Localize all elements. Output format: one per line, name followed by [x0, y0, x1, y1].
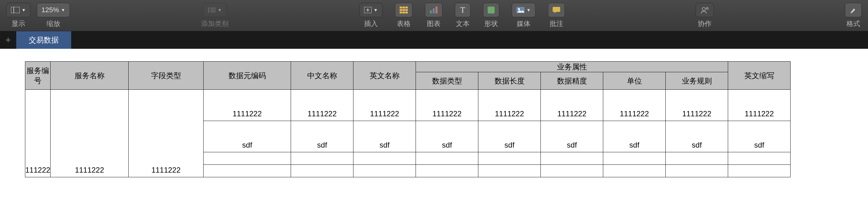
cell[interactable]: 1111222	[204, 90, 291, 121]
table-icon	[400, 6, 408, 13]
toolbar: ▼ 显示 125% ▼ 缩放 ▼ 添加类别 ▼ 插入 表格	[0, 0, 868, 31]
col-header[interactable]: 字段类型	[129, 62, 204, 90]
col-header[interactable]: 业务规则	[666, 72, 728, 90]
svg-rect-21	[433, 8, 435, 13]
cell[interactable]: 1111222	[353, 90, 416, 121]
svg-rect-18	[402, 11, 405, 13]
add-category-button[interactable]: ▼	[203, 3, 227, 17]
list-icon	[208, 7, 216, 13]
chevron-down-icon: ▼	[22, 7, 26, 12]
cell[interactable]: 1111222	[603, 90, 666, 121]
svg-point-6	[208, 11, 209, 12]
cell[interactable]: 1111222	[129, 90, 204, 177]
cell[interactable]: sdf	[291, 121, 353, 152]
view-label: 显示	[11, 19, 25, 28]
cell[interactable]: sdf	[353, 121, 416, 152]
cell[interactable]: sdf	[416, 121, 478, 152]
cell[interactable]	[478, 152, 541, 165]
cell[interactable]: sdf	[204, 121, 291, 152]
cell[interactable]	[541, 165, 603, 177]
text-button[interactable]: T	[455, 3, 470, 17]
spreadsheet-canvas[interactable]: 服务编号 服务名称 字段类型 数据元编码 中文名称 英文名称 业务属性 英文缩写…	[0, 49, 868, 177]
table-button[interactable]	[395, 3, 412, 17]
col-header[interactable]: 数据精度	[541, 72, 603, 90]
cell[interactable]	[478, 165, 541, 177]
shape-icon	[488, 6, 495, 13]
media-icon	[517, 7, 525, 13]
cell[interactable]	[666, 152, 728, 165]
svg-rect-0	[11, 7, 20, 13]
format-button[interactable]	[845, 3, 862, 17]
cell[interactable]: 1111222	[291, 90, 353, 121]
cell[interactable]	[204, 165, 291, 177]
cell[interactable]: 111222	[25, 90, 51, 177]
cell[interactable]: 1111222	[541, 90, 603, 121]
cell[interactable]	[204, 152, 291, 165]
comment-button[interactable]	[548, 3, 565, 17]
svg-rect-22	[436, 6, 437, 13]
col-header[interactable]: 英文缩写	[728, 62, 790, 90]
cell[interactable]	[416, 152, 478, 165]
cell[interactable]: sdf	[603, 121, 666, 152]
zoom-button[interactable]: 125% ▼	[37, 3, 70, 17]
cell[interactable]: sdf	[478, 121, 541, 152]
brush-icon	[849, 6, 857, 13]
view-button[interactable]: ▼	[6, 3, 31, 17]
col-header[interactable]: 英文名称	[353, 62, 416, 90]
cell[interactable]	[541, 152, 603, 165]
chart-button[interactable]	[425, 3, 442, 17]
cell[interactable]: 1111222	[416, 90, 478, 121]
chevron-down-icon: ▼	[373, 7, 378, 12]
col-group-header[interactable]: 业务属性	[416, 62, 728, 72]
sheet-tab-active[interactable]: 交易数据	[16, 31, 71, 49]
cell[interactable]: sdf	[728, 121, 790, 152]
col-header[interactable]: 服务编号	[25, 62, 51, 90]
cell[interactable]	[603, 165, 666, 177]
insert-button[interactable]: ▼	[360, 3, 382, 17]
svg-point-27	[702, 7, 705, 11]
cell[interactable]: 1111222	[51, 90, 129, 177]
cell[interactable]: 1111222	[666, 90, 728, 121]
col-header[interactable]: 数据类型	[416, 72, 478, 90]
chevron-down-icon: ▼	[61, 7, 65, 12]
cell[interactable]	[666, 165, 728, 177]
cell[interactable]: 1111222	[728, 90, 790, 121]
col-header[interactable]: 数据长度	[478, 72, 541, 90]
svg-rect-23	[488, 6, 495, 13]
collab-button[interactable]	[696, 3, 714, 17]
shape-button[interactable]	[483, 3, 499, 17]
cell[interactable]	[728, 165, 790, 177]
cell[interactable]: sdf	[666, 121, 728, 152]
cell[interactable]	[728, 152, 790, 165]
svg-rect-12	[402, 6, 405, 8]
col-header[interactable]: 单位	[603, 72, 666, 90]
cell[interactable]	[353, 152, 416, 165]
cell[interactable]: sdf	[541, 121, 603, 152]
add-sheet-button[interactable]: +	[0, 31, 16, 49]
svg-rect-13	[405, 6, 408, 8]
comment-label: 批注	[550, 19, 563, 28]
col-header[interactable]: 服务名称	[51, 62, 129, 90]
cell[interactable]	[416, 165, 478, 177]
col-header[interactable]: 中文名称	[291, 62, 353, 90]
cell[interactable]	[603, 152, 666, 165]
data-table[interactable]: 服务编号 服务名称 字段类型 数据元编码 中文名称 英文名称 业务属性 英文缩写…	[25, 61, 790, 177]
col-header[interactable]: 数据元编码	[204, 62, 291, 90]
insert-label: 插入	[364, 19, 378, 28]
panel-icon	[11, 7, 20, 13]
chevron-down-icon: ▼	[526, 7, 531, 12]
collab-label: 协作	[698, 19, 712, 28]
svg-rect-14	[400, 9, 402, 11]
format-label: 格式	[846, 19, 860, 28]
svg-point-25	[518, 8, 520, 10]
text-label: 文本	[456, 19, 470, 28]
cell[interactable]	[291, 152, 353, 165]
media-button[interactable]: ▼	[512, 3, 535, 17]
media-label: 媒体	[517, 19, 530, 28]
cell[interactable]	[353, 165, 416, 177]
svg-rect-19	[405, 11, 408, 13]
chart-label: 图表	[427, 19, 440, 28]
cell[interactable]: 1111222	[478, 90, 541, 121]
text-icon: T	[460, 5, 465, 15]
cell[interactable]	[291, 165, 353, 177]
